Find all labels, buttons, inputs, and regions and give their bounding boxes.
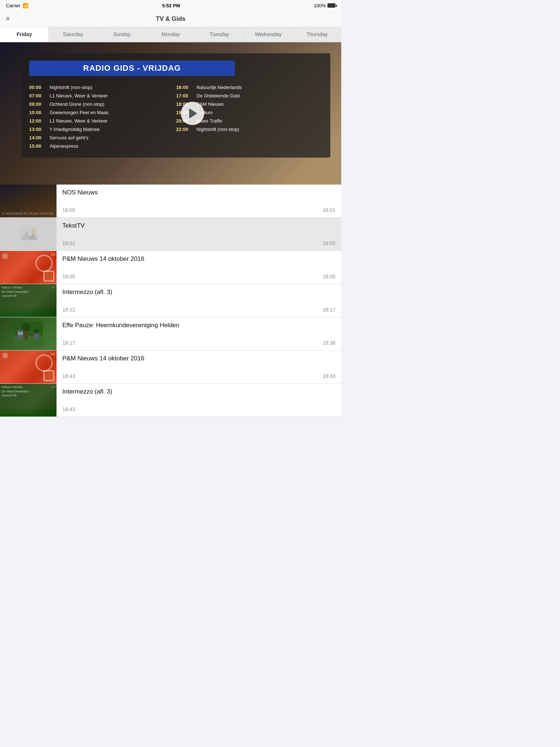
thumb-intermezzo: Natuur nieuwsDe Weel beweidenApverd Hk L…: [0, 384, 57, 417]
sched-show: De Onbekende Gast: [197, 93, 240, 98]
tab-sunday[interactable]: Sunday: [98, 27, 147, 42]
schedule-row: 14:00 Servuss auf geht's: [29, 133, 176, 142]
list-item[interactable]: Natuur nieuwsDe Weel beweidenApverd Hk L…: [0, 384, 341, 417]
list-item[interactable]: is veroordeeld tot 18 jaar cel en tbs NO…: [0, 185, 341, 218]
sched-show: Alpenexpress: [50, 143, 78, 149]
program-times: 16:00 16:01: [62, 207, 335, 213]
sched-time: 16:00: [176, 85, 192, 90]
program-times: 16:01 18:05: [62, 240, 335, 246]
tab-monday[interactable]: Monday: [147, 27, 195, 42]
schedule-row: 12:00 L1 Nieuws, Weer & Verkeer: [29, 117, 176, 125]
schedule-row: 13:00 't Vriedigmiddig Matinee: [29, 125, 176, 133]
sched-show: 't Vriedigmiddig Matinee: [50, 127, 100, 132]
sched-time: 12:00: [29, 118, 45, 124]
tab-tuesday[interactable]: Tuesday: [195, 27, 244, 42]
carrier-label: Carrier: [6, 3, 20, 8]
program-time-start: 16:01: [62, 240, 75, 246]
program-title: Intermezzo (afl. 3): [62, 289, 335, 296]
sched-time: 00:00: [29, 85, 45, 90]
program-times: 18:17 18:38: [62, 340, 335, 346]
program-times: 18:43: [62, 406, 335, 412]
sched-time: 07:00: [29, 93, 45, 98]
program-time-end: 18:43: [323, 373, 335, 379]
radio-gids-title: RADIO GIDS - VRIJDAG: [29, 61, 235, 76]
tab-thursday[interactable]: Thursday: [293, 27, 341, 42]
sched-show: Servuss auf geht's: [50, 135, 89, 140]
program-time-start: 18:43: [62, 406, 75, 412]
program-thumbnail: L1: [0, 251, 57, 284]
program-time-end: 18:05: [323, 240, 335, 246]
program-time-start: 16:00: [62, 207, 75, 213]
list-item[interactable]: L1 P&M Nieuws 14 oktober 2016 18:43 18:4…: [0, 351, 341, 384]
program-title: Intermezzo (afl. 3): [62, 388, 335, 395]
schedule-row: 07:00 L1 Nieuws, Weer & Verkeer: [29, 92, 176, 100]
thumbnail-image-icon: [19, 227, 38, 241]
program-info: Effe Pauze: Heemkundevereniging Helden 1…: [57, 317, 341, 350]
thumb-green: [0, 317, 57, 350]
program-time-end: 18:38: [323, 340, 335, 346]
sched-show: Ochtend Glorie (non-stop): [50, 101, 104, 107]
header: ≡ TV & Gids: [0, 11, 341, 27]
program-title: P&M Nieuws 14 oktober 2016: [62, 355, 335, 362]
svg-point-7: [22, 322, 31, 331]
outdoor-scene-icon: [14, 321, 43, 347]
play-triangle-icon: [189, 108, 197, 119]
list-item[interactable]: Natuur nieuwsDe Weel beweidenApverd Hk L…: [0, 284, 341, 317]
schedule-row: 15:00 Alpenexpress: [29, 142, 176, 150]
sched-show: Natuurlijk Nederlands: [197, 85, 242, 90]
sched-time: 10:00: [29, 110, 45, 115]
thumb-pm-news: L1: [0, 251, 57, 284]
svg-point-12: [34, 329, 39, 334]
program-info: TekstTV 16:01 18:05: [57, 218, 341, 251]
program-time-start: 18:43: [62, 373, 75, 379]
program-info: Intermezzo (afl. 3) 18:12 18:17: [57, 284, 341, 317]
list-item[interactable]: Effe Pauze: Heemkundevereniging Helden 1…: [0, 317, 341, 351]
schedule-row: 10:00 Goeiemorgen Peel en Maas: [29, 108, 176, 117]
program-info: P&M Nieuws 14 oktober 2016 18:05 18:06: [57, 251, 341, 284]
program-time-start: 18:12: [62, 307, 75, 313]
program-thumbnail: Natuur nieuwsDe Weel beweidenApverd Hk L…: [0, 384, 57, 417]
svg-rect-10: [21, 332, 23, 335]
sched-time: 15:00: [29, 143, 45, 149]
program-title: P&M Nieuws 14 oktober 2016: [62, 255, 335, 263]
tab-friday[interactable]: Friday: [0, 27, 49, 42]
schedule-row: 22:00 Nightshift (non-stop): [176, 125, 323, 133]
radio-gids-card: RADIO GIDS - VRIJDAG 00:00 Nightshift (n…: [22, 53, 330, 158]
schedule-row: 16:00 Natuurlijk Nederlands: [176, 83, 323, 92]
battery-icon: [327, 3, 335, 8]
app-title: TV & Gids: [156, 15, 185, 23]
thumb-placeholder: [0, 218, 57, 251]
sched-time: 14:00: [29, 135, 45, 140]
thumb-nos-img: is veroordeeld tot 18 jaar cel en tbs: [0, 185, 57, 217]
list-item[interactable]: TekstTV 16:01 18:05: [0, 218, 341, 251]
program-info: Intermezzo (afl. 3) 18:43: [57, 384, 341, 417]
sched-time: 13:00: [29, 127, 45, 132]
program-time-start: 18:17: [62, 340, 75, 346]
program-thumbnail: L1: [0, 351, 57, 383]
battery-label: 100%: [314, 3, 326, 8]
tab-wednesday[interactable]: Wednesday: [244, 27, 293, 42]
battery-fill: [328, 4, 335, 7]
menu-icon[interactable]: ≡: [6, 15, 10, 23]
program-info: NOS Nieuws 16:00 16:01: [57, 185, 341, 217]
program-time-end: 18:17: [323, 307, 335, 313]
program-thumbnail: [0, 218, 57, 251]
sched-time: 09:00: [29, 101, 45, 107]
schedule-grid: 00:00 Nightshift (non-stop) 07:00 L1 Nie…: [29, 83, 323, 150]
sched-show: Nightshift (non-stop): [50, 85, 92, 90]
program-thumbnail: [0, 317, 57, 350]
video-area: RADIO GIDS - VRIJDAG 00:00 Nightshift (n…: [0, 42, 341, 185]
sched-show: Nightshift (non-stop): [197, 127, 239, 132]
play-button[interactable]: [181, 102, 204, 125]
sched-show: Goeiemorgen Peel en Maas: [50, 110, 109, 115]
status-right: 100%: [314, 3, 335, 8]
tab-saturday[interactable]: Saturday: [49, 27, 98, 42]
list-item[interactable]: L1 P&M Nieuws 14 oktober 2016 18:05 18:0…: [0, 251, 341, 284]
status-left: Carrier 📶: [6, 3, 28, 8]
program-times: 18:12 18:17: [62, 307, 335, 313]
program-thumbnail: is veroordeeld tot 18 jaar cel en tbs: [0, 185, 57, 217]
sched-show: L1 Nieuws, Weer & Verkeer: [50, 118, 108, 124]
thumb-caption: Natuur nieuwsDe Weel beweidenApverd Hk: [1, 385, 29, 398]
thumb-caption: Natuur nieuwsDe Weel beweidenApverd Hk: [1, 286, 29, 298]
schedule-col-left: 00:00 Nightshift (non-stop) 07:00 L1 Nie…: [29, 83, 176, 150]
